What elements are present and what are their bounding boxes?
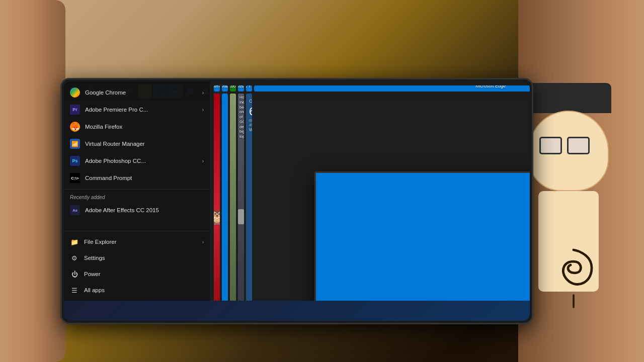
file-explorer-arrow: › [202,239,204,245]
app-item-chrome[interactable]: Google Chrome › [64,84,210,101]
app-list: Google Chrome › Pr Adobe Premiere Pro C.… [64,81,210,231]
app-name-aftereffects: Adobe After Effects CC 2015 [85,207,159,213]
calendar-tile-label: Calendar [214,85,220,88]
all-apps-label: All apps [84,287,105,293]
app-item-premiere[interactable]: Pr Adobe Premiere Pro C... › [64,101,210,118]
swirl-svg [543,236,604,312]
app-item-cmd[interactable]: C:\> Command Prompt [64,169,210,187]
phone-button-right-1[interactable] [533,120,533,145]
power-item[interactable]: ⏻ Power [64,266,210,282]
all-apps-icon: ☰ [70,286,79,295]
app-item-photoshop[interactable]: Ps Adobe Photoshop CC... › [64,152,210,169]
aftereffects-icon: Ae [70,205,80,215]
phone-button-right-2[interactable] [533,155,533,170]
swirl-symbol [543,236,604,312]
cmd-icon: C:\> [70,173,80,183]
power-label: Power [84,271,101,277]
settings-icon: ⚙ [70,253,79,262]
premiere-arrow: › [202,107,204,113]
tile-movies[interactable]: 🎬 Movies & TV [246,85,252,92]
tile-photos[interactable]: 🦉 Photos [214,94,220,301]
figure-2 [238,209,244,224]
app-item-aftereffects[interactable]: Ae Adobe After Effects CC 2015 [64,202,210,219]
premiere-icon: Pr [70,105,80,115]
power-icon: ⏻ [70,269,79,279]
recently-added-divider [64,189,210,190]
phone-device: Google Chrome › Pr Adobe Premiere Pro C.… [60,78,533,324]
xbox-tile-label: Xbox [230,85,236,88]
glass-right [567,137,590,154]
firefox-icon: 🦊 [70,122,80,132]
tile-news[interactable]: How inequality became one of GOP debate'… [238,94,244,301]
recently-added-label: Recently added [64,192,210,202]
all-apps-item[interactable]: ☰ All apps [64,282,210,298]
start-menu: Google Chrome › Pr Adobe Premiere Pro C.… [64,81,530,301]
file-explorer-item[interactable]: 📁 File Explorer › [64,234,210,250]
hand-right [518,0,644,362]
settings-label: Settings [84,255,105,261]
app-name-cmd: Command Prompt [85,175,132,181]
chrome-icon [70,87,80,98]
tile-calendar[interactable]: 📅 Calendar [214,85,220,92]
tile-groove[interactable]: ♫ Groove Music [238,85,244,92]
news-tile-text: How inequality became one of GOP debate'… [239,95,243,139]
phone-screen: Google Chrome › Pr Adobe Premiere Pro C.… [64,81,530,321]
phone-button-left[interactable] [60,140,61,155]
tile-edge[interactable]: e Microsoft Edge [254,85,530,92]
money-tile-bg [230,94,236,301]
anime-face [528,111,609,191]
app-item-firefox[interactable]: 🦊 Mozilla Firefox [64,118,210,135]
debate-figures [238,209,244,224]
app-name-vrouter: Virtual Router Manager [85,141,145,147]
file-explorer-label: File Explorer [84,239,117,245]
movies-tile-label: Movies & TV [246,85,252,88]
mail-tile-label: Mail [222,85,228,88]
edge-tile-label: Microsoft Edge [475,85,506,88]
hand-left [0,0,65,362]
app-item-vrouter[interactable]: 📶 Virtual Router Manager [64,135,210,152]
tile-weather[interactable]: Cloudy 66° 68° 49° Washington,... [246,94,252,301]
windows-desktop: Google Chrome › Pr Adobe Premiere Pro C.… [64,81,530,321]
tile-cortana[interactable]: Cortana [222,94,228,301]
start-menu-left-panel: Google Chrome › Pr Adobe Premiere Pro C.… [64,81,210,301]
chrome-arrow: › [202,90,204,96]
start-menu-tiles: 📅 Calendar ✉ Mail 🎮 Xbox [210,81,530,301]
anime-glasses [539,137,600,157]
settings-item[interactable]: ⚙ Settings [64,250,210,266]
anime-hair [526,83,611,113]
photos-tile-bg: 🦉 [214,94,220,301]
app-name-chrome: Google Chrome [85,89,126,96]
start-bottom-menu: 📁 File Explorer › ⚙ Settings ⏻ Power [64,231,210,301]
app-name-premiere: Adobe Premiere Pro C... [85,107,148,113]
tile-money[interactable]: Money [230,94,236,301]
app-name-photoshop: Adobe Photoshop CC... [85,158,146,164]
tile-phone-companion[interactable]: 📱 Phone Compa... [314,171,530,301]
weather-content: Cloudy 66° 68° 49° Washington,... [247,96,252,135]
vrouter-icon: 📶 [70,139,80,149]
groove-tile-label: Groove Music [238,85,244,88]
tile-mail[interactable]: ✉ Mail [222,85,228,92]
file-explorer-icon: 📁 [70,237,79,246]
photoshop-icon: Ps [70,156,80,166]
app-name-firefox: Mozilla Firefox [85,124,122,130]
tile-xbox[interactable]: 🎮 Xbox [230,85,236,92]
glass-left [539,137,562,154]
photoshop-arrow: › [202,158,204,164]
